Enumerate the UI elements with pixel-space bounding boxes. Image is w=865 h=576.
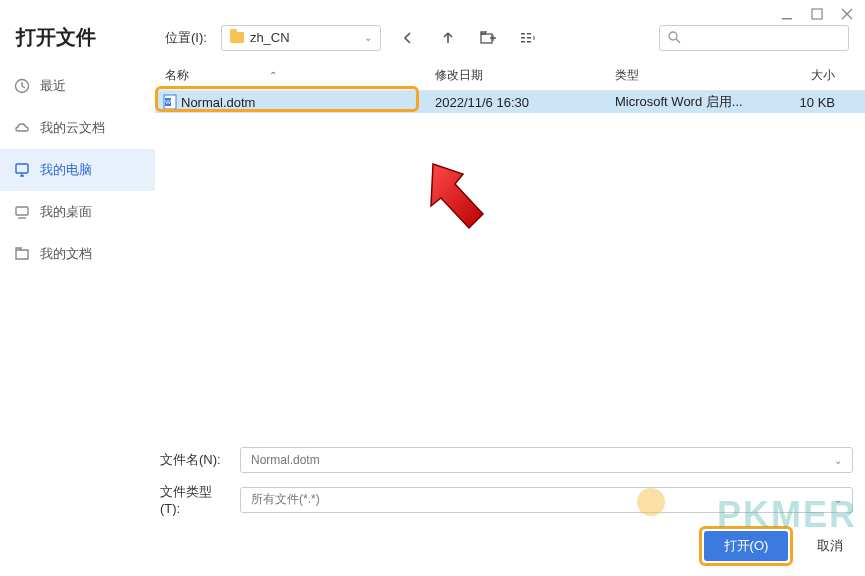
word-file-icon: W <box>163 94 177 110</box>
view-options-button[interactable] <box>515 25 541 51</box>
filename-input[interactable]: Normal.dotm ⌄ <box>240 447 853 473</box>
folder-icon <box>14 246 30 262</box>
sidebar-item-label: 我的文档 <box>40 245 92 263</box>
column-headers: 名称 ⌃ 修改日期 类型 大小 <box>155 61 865 91</box>
cloud-icon <box>14 120 30 136</box>
svg-rect-7 <box>521 41 525 43</box>
chevron-down-icon: ⌄ <box>834 455 842 466</box>
sidebar-item-label: 我的桌面 <box>40 203 92 221</box>
location-value: zh_CN <box>250 30 290 45</box>
watermark-dot <box>637 488 665 516</box>
sidebar-item-cloud[interactable]: 我的云文档 <box>0 107 155 149</box>
column-size[interactable]: 大小 <box>775 67 845 84</box>
close-icon[interactable] <box>841 8 853 20</box>
svg-rect-11 <box>16 164 28 173</box>
svg-rect-4 <box>527 33 531 35</box>
footer: 文件名(N): Normal.dotm ⌄ 文件类型(T): 所有文件(*.*)… <box>160 447 853 566</box>
file-type: Microsoft Word 启用... <box>615 93 775 111</box>
sort-caret-icon: ⌃ <box>269 70 277 81</box>
sidebar-item-computer[interactable]: 我的电脑 <box>0 149 155 191</box>
search-input[interactable] <box>659 25 849 51</box>
chevron-down-icon: ⌄ <box>834 494 842 505</box>
annotation-arrow <box>425 156 495 246</box>
desktop-icon <box>14 204 30 220</box>
location-label: 位置(I): <box>165 29 207 47</box>
chevron-down-icon: ⌄ <box>364 32 372 43</box>
header: 打开文件 位置(I): zh_CN ⌄ <box>0 0 865 61</box>
location-select[interactable]: zh_CN ⌄ <box>221 25 381 51</box>
svg-rect-8 <box>527 41 531 43</box>
filetype-label: 文件类型(T): <box>160 483 230 516</box>
svg-point-9 <box>669 32 677 40</box>
cancel-button[interactable]: 取消 <box>807 537 853 555</box>
folder-icon <box>230 32 244 43</box>
filetype-select[interactable]: 所有文件(*.*) ⌄ <box>240 487 853 513</box>
sidebar-item-label: 我的电脑 <box>40 161 92 179</box>
filename-label: 文件名(N): <box>160 451 230 469</box>
file-name: Normal.dotm <box>181 95 435 110</box>
file-row[interactable]: W Normal.dotm 2022/11/6 16:30 Microsoft … <box>155 91 865 113</box>
new-folder-button[interactable] <box>475 25 501 51</box>
monitor-icon <box>14 162 30 178</box>
column-name[interactable]: 名称 ⌃ <box>155 67 435 84</box>
svg-rect-3 <box>521 33 525 35</box>
dialog-title: 打开文件 <box>16 24 151 51</box>
svg-rect-5 <box>521 37 525 39</box>
sidebar-item-recent[interactable]: 最近 <box>0 65 155 107</box>
column-type[interactable]: 类型 <box>615 67 775 84</box>
minimize-icon[interactable] <box>781 8 793 20</box>
file-date: 2022/11/6 16:30 <box>435 95 615 110</box>
sidebar-item-desktop[interactable]: 我的桌面 <box>0 191 155 233</box>
column-date[interactable]: 修改日期 <box>435 67 615 84</box>
svg-rect-6 <box>527 37 531 39</box>
annotation-highlight-open: 打开(O) <box>699 526 793 566</box>
up-button[interactable] <box>435 25 461 51</box>
search-icon <box>668 31 681 44</box>
sidebar-item-label: 最近 <box>40 77 66 95</box>
clock-icon <box>14 78 30 94</box>
sidebar-item-label: 我的云文档 <box>40 119 105 137</box>
maximize-icon[interactable] <box>811 8 823 20</box>
sidebar-item-documents[interactable]: 我的文档 <box>0 233 155 275</box>
back-button[interactable] <box>395 25 421 51</box>
sidebar: 最近 我的云文档 我的电脑 我的桌面 我的文档 <box>0 61 155 517</box>
window-controls <box>781 8 853 20</box>
svg-text:W: W <box>165 99 171 105</box>
open-button[interactable]: 打开(O) <box>704 531 788 561</box>
svg-rect-1 <box>812 9 822 19</box>
file-size: 10 KB <box>775 95 845 110</box>
svg-rect-12 <box>16 207 28 215</box>
svg-rect-0 <box>782 18 792 20</box>
